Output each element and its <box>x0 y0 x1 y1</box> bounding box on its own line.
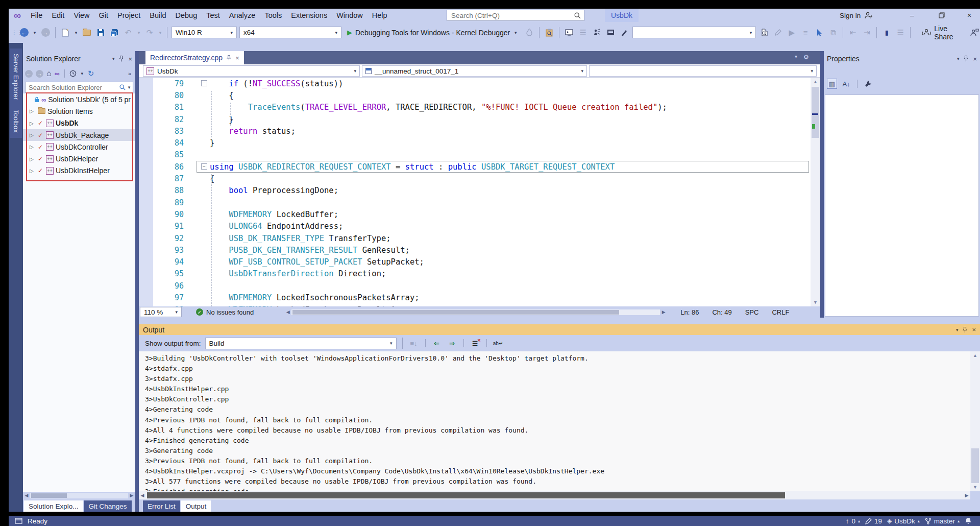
indent-increase-icon[interactable]: ⇥ <box>861 27 872 38</box>
navigate-back-caret-icon[interactable]: ▾ <box>32 30 37 35</box>
run-to-icon[interactable]: ▶ <box>786 27 797 38</box>
edit-pencil-icon[interactable] <box>772 27 783 38</box>
scroll-left-icon[interactable]: ◀ <box>23 493 30 498</box>
outline-collapse-icon[interactable]: ≡ <box>800 27 811 38</box>
pin-icon[interactable] <box>963 327 967 333</box>
tool-tab-error-list[interactable]: Error List <box>143 500 180 512</box>
code-line-87[interactable]: 87{ <box>139 173 811 184</box>
output-source-combo[interactable]: Build ▾ <box>205 338 397 349</box>
menu-file[interactable]: File <box>26 9 47 22</box>
code-editor[interactable]: 79− if (!NT_SUCCESS(status))80 {81 Trace… <box>139 78 811 306</box>
tool-tab-git-changes[interactable]: Git Changes <box>84 500 132 512</box>
solution-explorer-search-input[interactable] <box>26 84 117 91</box>
scroll-right-icon[interactable]: ▶ <box>963 493 970 498</box>
watch-window-icon[interactable]: ☰ <box>577 27 589 38</box>
breakpoints-window-icon[interactable] <box>564 27 575 38</box>
tree-item[interactable]: ▷✓++UsbDk <box>23 117 135 129</box>
properties-title-bar[interactable]: Properties ▾ × <box>824 52 980 65</box>
toolbar-grip[interactable]: ⋮⋮ <box>12 32 16 34</box>
tree-item[interactable]: ▷✓++UsbDkHelper <box>23 153 135 164</box>
code-line-94[interactable]: 94 WDF_USB_CONTROL_SETUP_PACKET SetupPac… <box>139 256 811 268</box>
next-message-icon[interactable]: ⇒ <box>447 338 458 348</box>
menu-analyze[interactable]: Analyze <box>225 9 260 22</box>
expander-icon[interactable]: ▷ <box>30 144 36 150</box>
send-feedback-icon[interactable] <box>969 27 980 38</box>
tree-item[interactable]: ∞Solution 'UsbDk' (5 of 5 pr <box>23 93 135 105</box>
sidebar-tab-toolbox[interactable]: Toolbox <box>10 105 22 138</box>
word-wrap-icon[interactable]: ab↵ <box>493 338 504 348</box>
editor-hscrollbar[interactable]: ◀ ▶ <box>284 309 667 315</box>
git-branch-status[interactable]: master ▴ <box>925 517 960 525</box>
space-mode-indicator[interactable]: SPC <box>745 308 759 316</box>
output-hscrollbar[interactable]: ◀ ▶ <box>139 491 970 499</box>
menu-view[interactable]: View <box>69 9 94 22</box>
redo-caret-icon[interactable]: ▾ <box>158 30 163 35</box>
scroll-up-icon[interactable]: ▲ <box>970 353 980 358</box>
column-indicator[interactable]: Ch: 49 <box>712 308 731 316</box>
toolbar-overflow-icon[interactable]: » <box>128 70 133 77</box>
restore-button[interactable] <box>930 9 953 22</box>
clear-all-icon[interactable]: ☰× <box>470 338 481 348</box>
solution-explorer-hscrollbar[interactable]: ◀ ▶ <box>23 492 135 499</box>
code-line-84[interactable]: 84} <box>139 137 811 149</box>
tab-close-icon[interactable]: × <box>235 54 239 62</box>
find-in-files-icon[interactable] <box>758 27 770 38</box>
refresh-icon[interactable]: ↻ <box>88 69 94 78</box>
output-hscroll-thumb[interactable] <box>147 492 785 498</box>
sidebar-tab-server-explorer[interactable]: Server Explorer <box>10 49 22 105</box>
code-line-97[interactable]: 97 WDFMEMORY LockedIsochronousPacketsArr… <box>139 292 811 303</box>
redo-icon[interactable]: ↷ <box>144 27 155 38</box>
window-options-gear-icon[interactable]: ⚙ <box>803 54 809 61</box>
copy-outline-icon[interactable]: ⧉ <box>827 27 839 38</box>
diagnostics-icon[interactable] <box>591 27 602 38</box>
document-tab[interactable]: RedirectorStrategy.cpp × <box>145 51 244 64</box>
properties-grid[interactable] <box>825 94 979 317</box>
cursor-icon[interactable] <box>814 27 825 38</box>
menu-help[interactable]: Help <box>368 9 392 22</box>
git-push-status[interactable]: ↑ 0 ▴ <box>846 517 860 525</box>
se-back-icon[interactable]: ← <box>25 70 33 78</box>
git-changes-status[interactable]: 19 <box>865 517 882 525</box>
global-search-input[interactable] <box>447 12 571 19</box>
open-file-icon[interactable] <box>81 27 92 38</box>
menu-window[interactable]: Window <box>332 9 368 22</box>
alphabetical-sort-icon[interactable]: A↓ <box>841 79 851 89</box>
output-title-bar[interactable]: Output ▾ × <box>139 324 980 335</box>
menu-test[interactable]: Test <box>202 9 225 22</box>
scroll-up-icon[interactable]: ▲ <box>811 79 820 84</box>
undo-icon[interactable]: ↶ <box>122 27 134 38</box>
pin-icon[interactable] <box>119 56 124 62</box>
task-list-icon[interactable]: ☰ <box>895 27 906 38</box>
git-repository-status[interactable]: ◈ UsbDk ▴ <box>887 517 920 525</box>
new-file-caret-icon[interactable]: ▾ <box>74 30 79 35</box>
search-options-caret-icon[interactable]: ▾ <box>128 85 133 90</box>
nav-type-combo[interactable]: __unnamed_struct_0017_1 ▾ <box>362 65 587 77</box>
save-icon[interactable] <box>95 27 106 38</box>
code-line-88[interactable]: 88 bool PreprocessingDone; <box>139 185 811 197</box>
previous-message-icon[interactable]: ⇐ <box>431 338 443 348</box>
categorized-icon[interactable]: ▦ <box>827 79 837 89</box>
home-icon[interactable]: ⌂ <box>46 69 52 78</box>
tree-item[interactable]: ▷Solution Items <box>23 105 135 117</box>
save-all-icon[interactable] <box>109 27 120 38</box>
solution-explorer-title-bar[interactable]: Solution Explorer ▾ × <box>23 52 135 65</box>
live-share-button[interactable]: Live Share <box>922 25 957 41</box>
code-line-89[interactable]: 89 <box>139 197 811 208</box>
tab-pin-icon[interactable] <box>227 55 231 61</box>
nav-project-combo[interactable]: ++ UsbDk ▾ <box>143 65 360 77</box>
solution-platforms-combo[interactable]: x64 ▾ <box>239 27 341 38</box>
solution-explorer-search-box[interactable]: ▾ <box>25 82 133 93</box>
right-splitter[interactable] <box>820 51 824 318</box>
se-forward-icon[interactable]: → <box>36 70 43 78</box>
code-line-96[interactable]: 96 <box>139 280 811 292</box>
output-vscrollbar[interactable]: ▲ ▼ <box>970 351 980 491</box>
code-line-79[interactable]: 79− if (!NT_SUCCESS(status)) <box>139 78 811 89</box>
expander-icon[interactable]: ▷ <box>30 121 36 126</box>
solution-configurations-combo[interactable]: Win10 R ▾ <box>172 27 237 38</box>
line-ending-indicator[interactable]: CRLF <box>772 308 789 316</box>
notifications-bell-icon[interactable] <box>965 517 972 524</box>
pending-changes-caret-icon[interactable]: ▾ <box>80 71 85 76</box>
panel-menu-caret-icon[interactable]: ▾ <box>112 56 115 61</box>
line-indicator[interactable]: Ln: 86 <box>680 308 699 316</box>
editor-vscrollbar[interactable]: ▲ ▼ <box>811 78 820 306</box>
